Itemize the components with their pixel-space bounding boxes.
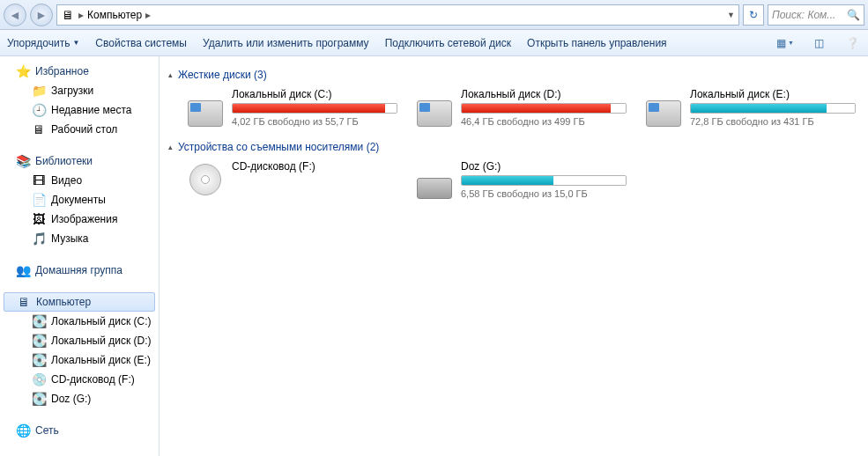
sidebar-network[interactable]: 🌐 Сеть	[0, 421, 159, 440]
capacity-bar	[461, 175, 627, 186]
group-header-removable[interactable]: ▴ Устройства со съемными носителями (2)	[168, 141, 859, 153]
search-icon: 🔍	[847, 9, 860, 21]
toolbar-organize[interactable]: Упорядочить▼	[7, 37, 79, 49]
sidebar-item-drive-d[interactable]: 💽Локальный диск (D:)	[0, 331, 159, 350]
collapse-icon: ▴	[168, 143, 173, 151]
sidebar-item-videos[interactable]: 🎞Видео	[0, 171, 159, 190]
nav-back-button[interactable]: ◄	[4, 4, 26, 26]
toolbar-map-drive[interactable]: Подключить сетевой диск	[385, 37, 511, 49]
picture-icon: 🖼	[32, 212, 46, 226]
sidebar-favorites[interactable]: ⭐ Избранное	[0, 62, 159, 81]
drive-free-text: 6,58 ГБ свободно из 15,0 ГБ	[461, 188, 627, 199]
recent-icon: 🕘	[32, 103, 46, 117]
drive-item[interactable]: CD-дисковод (F:)	[186, 160, 397, 199]
drive-name: Локальный диск (C:)	[232, 88, 397, 100]
sidebar-item-downloads[interactable]: 📁Загрузки	[0, 81, 159, 100]
computer-icon: 🖥	[61, 8, 75, 22]
sidebar-item-drive-g[interactable]: 💽Doz (G:)	[0, 389, 159, 408]
capacity-bar	[690, 103, 856, 114]
toolbar-control-panel[interactable]: Открыть панель управления	[527, 37, 667, 49]
toolbar: Упорядочить▼ Свойства системы Удалить ил…	[0, 30, 868, 56]
toolbar-uninstall[interactable]: Удалить или изменить программу	[203, 37, 369, 49]
search-placeholder: Поиск: Ком...	[772, 9, 835, 21]
capacity-bar	[461, 103, 627, 114]
nav-forward-button[interactable]: ►	[30, 4, 53, 26]
drive-free-text: 72,8 ГБ свободно из 431 ГБ	[690, 116, 856, 127]
video-icon: 🎞	[32, 173, 46, 188]
preview-pane-button[interactable]: ◫	[810, 34, 827, 52]
group-header-hdd[interactable]: ▴ Жесткие диски (3)	[168, 69, 859, 81]
homegroup-icon: 👥	[16, 263, 30, 277]
sidebar-item-recent[interactable]: 🕘Недавние места	[0, 100, 159, 120]
network-icon: 🌐	[16, 423, 30, 438]
cd-icon	[186, 160, 225, 199]
drive-free-text: 46,4 ГБ свободно из 499 ГБ	[461, 116, 627, 127]
drive-icon: 💽	[32, 392, 46, 406]
sidebar-item-pictures[interactable]: 🖼Изображения	[0, 210, 159, 229]
collapse-icon: ▴	[168, 70, 173, 79]
breadcrumb-item[interactable]: Компьютер	[87, 9, 142, 21]
drive-icon: 💽	[32, 353, 46, 367]
navigation-pane: ⭐ Избранное 📁Загрузки 🕘Недавние места 🖥Р…	[0, 56, 159, 456]
sidebar-item-documents[interactable]: 📄Документы	[0, 190, 159, 210]
drive-item[interactable]: Локальный диск (D:)46,4 ГБ свободно из 4…	[415, 88, 627, 127]
hdd-icon	[644, 88, 683, 127]
sidebar-item-drive-f[interactable]: 💿CD-дисковод (F:)	[0, 370, 159, 389]
music-icon: 🎵	[32, 232, 46, 246]
sidebar-computer[interactable]: 🖥 Компьютер	[4, 292, 155, 312]
toolbar-system-properties[interactable]: Свойства системы	[95, 37, 187, 49]
breadcrumb-dropdown-icon[interactable]: ▼	[727, 11, 735, 19]
drive-name: Локальный диск (D:)	[461, 88, 627, 100]
drive-item[interactable]: Doz (G:)6,58 ГБ свободно из 15,0 ГБ	[415, 160, 627, 199]
drive-free-text: 4,02 ГБ свободно из 55,7 ГБ	[232, 116, 397, 127]
library-icon: 📚	[16, 154, 30, 168]
sidebar-homegroup[interactable]: 👥 Домашняя группа	[0, 261, 159, 280]
sidebar-libraries[interactable]: 📚 Библиотеки	[0, 151, 159, 171]
help-button[interactable]: ❔	[843, 34, 861, 52]
view-options-button[interactable]: ▦▼	[776, 34, 794, 52]
sidebar-item-desktop[interactable]: 🖥Рабочий стол	[0, 120, 159, 139]
document-icon: 📄	[32, 193, 46, 207]
search-input[interactable]: Поиск: Ком... 🔍	[768, 4, 864, 26]
drive-name: Doz (G:)	[461, 160, 627, 173]
drive-name: Локальный диск (E:)	[690, 88, 856, 100]
breadcrumb-sep-icon: ▸	[145, 9, 151, 21]
breadcrumb[interactable]: 🖥 ▸ Компьютер ▸ ▼	[56, 4, 739, 26]
breadcrumb-sep-icon: ▸	[78, 9, 84, 21]
sidebar-item-music[interactable]: 🎵Музыка	[0, 229, 159, 248]
capacity-bar	[232, 103, 397, 114]
cd-icon: 💿	[32, 372, 46, 386]
desktop-icon: 🖥	[32, 122, 46, 136]
refresh-button[interactable]: ↻	[743, 4, 764, 26]
drive-icon: 💽	[32, 314, 46, 328]
sidebar-item-drive-c[interactable]: 💽Локальный диск (C:)	[0, 312, 159, 331]
computer-icon: 🖥	[17, 295, 31, 309]
content-pane: ▴ Жесткие диски (3) Локальный диск (C:)4…	[160, 56, 868, 456]
hdd-icon	[186, 88, 225, 127]
hdd-icon	[415, 88, 454, 127]
star-icon: ⭐	[16, 64, 30, 78]
usb-icon	[415, 160, 454, 199]
drive-item[interactable]: Локальный диск (E:)72,8 ГБ свободно из 4…	[644, 88, 856, 127]
drive-icon: 💽	[32, 334, 46, 348]
folder-icon: 📁	[32, 84, 46, 98]
address-bar: ◄ ► 🖥 ▸ Компьютер ▸ ▼ ↻ Поиск: Ком... 🔍	[0, 0, 868, 30]
sidebar-item-drive-e[interactable]: 💽Локальный диск (E:)	[0, 350, 159, 370]
drive-name: CD-дисковод (F:)	[232, 160, 397, 173]
drive-item[interactable]: Локальный диск (C:)4,02 ГБ свободно из 5…	[186, 88, 397, 127]
